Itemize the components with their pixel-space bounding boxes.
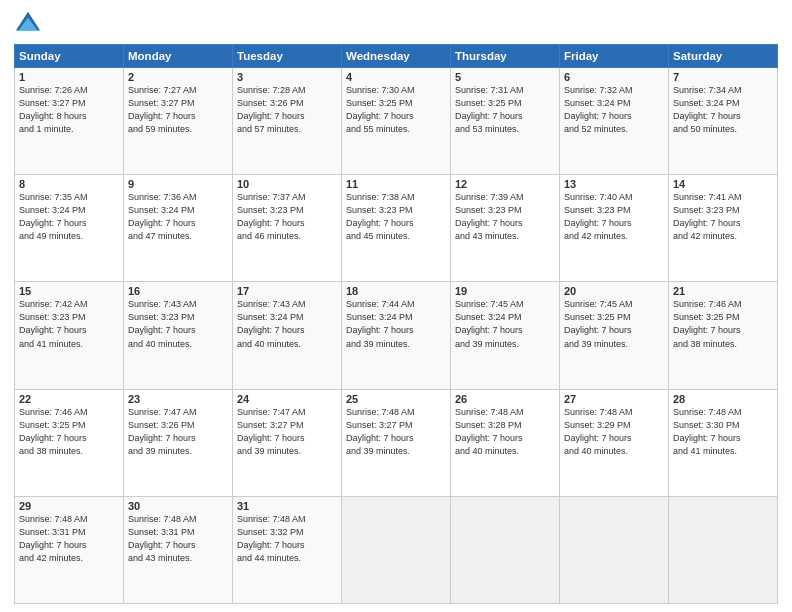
calendar-cell: 29Sunrise: 7:48 AM Sunset: 3:31 PM Dayli… bbox=[15, 496, 124, 603]
day-number: 23 bbox=[128, 393, 228, 405]
day-number: 1 bbox=[19, 71, 119, 83]
calendar-cell: 20Sunrise: 7:45 AM Sunset: 3:25 PM Dayli… bbox=[560, 282, 669, 389]
calendar-cell: 13Sunrise: 7:40 AM Sunset: 3:23 PM Dayli… bbox=[560, 175, 669, 282]
day-number: 26 bbox=[455, 393, 555, 405]
day-info: Sunrise: 7:48 AM Sunset: 3:31 PM Dayligh… bbox=[128, 513, 228, 565]
day-number: 24 bbox=[237, 393, 337, 405]
day-number: 22 bbox=[19, 393, 119, 405]
day-info: Sunrise: 7:37 AM Sunset: 3:23 PM Dayligh… bbox=[237, 191, 337, 243]
calendar-cell bbox=[451, 496, 560, 603]
calendar-cell: 10Sunrise: 7:37 AM Sunset: 3:23 PM Dayli… bbox=[233, 175, 342, 282]
header bbox=[14, 10, 778, 38]
calendar-day-header: Friday bbox=[560, 45, 669, 68]
day-info: Sunrise: 7:48 AM Sunset: 3:32 PM Dayligh… bbox=[237, 513, 337, 565]
calendar-cell: 27Sunrise: 7:48 AM Sunset: 3:29 PM Dayli… bbox=[560, 389, 669, 496]
calendar-cell: 14Sunrise: 7:41 AM Sunset: 3:23 PM Dayli… bbox=[669, 175, 778, 282]
calendar-day-header: Sunday bbox=[15, 45, 124, 68]
day-info: Sunrise: 7:32 AM Sunset: 3:24 PM Dayligh… bbox=[564, 84, 664, 136]
calendar-day-header: Wednesday bbox=[342, 45, 451, 68]
day-number: 15 bbox=[19, 285, 119, 297]
day-number: 25 bbox=[346, 393, 446, 405]
day-number: 12 bbox=[455, 178, 555, 190]
calendar-cell: 8Sunrise: 7:35 AM Sunset: 3:24 PM Daylig… bbox=[15, 175, 124, 282]
day-info: Sunrise: 7:43 AM Sunset: 3:23 PM Dayligh… bbox=[128, 298, 228, 350]
day-number: 14 bbox=[673, 178, 773, 190]
day-info: Sunrise: 7:45 AM Sunset: 3:24 PM Dayligh… bbox=[455, 298, 555, 350]
day-number: 8 bbox=[19, 178, 119, 190]
day-number: 20 bbox=[564, 285, 664, 297]
day-number: 10 bbox=[237, 178, 337, 190]
calendar-cell: 1Sunrise: 7:26 AM Sunset: 3:27 PM Daylig… bbox=[15, 68, 124, 175]
day-number: 9 bbox=[128, 178, 228, 190]
day-info: Sunrise: 7:30 AM Sunset: 3:25 PM Dayligh… bbox=[346, 84, 446, 136]
day-info: Sunrise: 7:27 AM Sunset: 3:27 PM Dayligh… bbox=[128, 84, 228, 136]
day-info: Sunrise: 7:36 AM Sunset: 3:24 PM Dayligh… bbox=[128, 191, 228, 243]
calendar-cell: 25Sunrise: 7:48 AM Sunset: 3:27 PM Dayli… bbox=[342, 389, 451, 496]
day-number: 16 bbox=[128, 285, 228, 297]
calendar-cell: 5Sunrise: 7:31 AM Sunset: 3:25 PM Daylig… bbox=[451, 68, 560, 175]
calendar-cell: 28Sunrise: 7:48 AM Sunset: 3:30 PM Dayli… bbox=[669, 389, 778, 496]
day-info: Sunrise: 7:40 AM Sunset: 3:23 PM Dayligh… bbox=[564, 191, 664, 243]
calendar-cell: 18Sunrise: 7:44 AM Sunset: 3:24 PM Dayli… bbox=[342, 282, 451, 389]
day-number: 28 bbox=[673, 393, 773, 405]
page-container: SundayMondayTuesdayWednesdayThursdayFrid… bbox=[0, 0, 792, 612]
calendar-cell: 4Sunrise: 7:30 AM Sunset: 3:25 PM Daylig… bbox=[342, 68, 451, 175]
calendar-cell: 11Sunrise: 7:38 AM Sunset: 3:23 PM Dayli… bbox=[342, 175, 451, 282]
calendar-cell: 31Sunrise: 7:48 AM Sunset: 3:32 PM Dayli… bbox=[233, 496, 342, 603]
logo-icon bbox=[14, 10, 42, 38]
day-info: Sunrise: 7:28 AM Sunset: 3:26 PM Dayligh… bbox=[237, 84, 337, 136]
calendar-header-row: SundayMondayTuesdayWednesdayThursdayFrid… bbox=[15, 45, 778, 68]
day-info: Sunrise: 7:47 AM Sunset: 3:27 PM Dayligh… bbox=[237, 406, 337, 458]
day-number: 4 bbox=[346, 71, 446, 83]
day-number: 13 bbox=[564, 178, 664, 190]
day-info: Sunrise: 7:41 AM Sunset: 3:23 PM Dayligh… bbox=[673, 191, 773, 243]
calendar-cell bbox=[342, 496, 451, 603]
calendar-cell: 7Sunrise: 7:34 AM Sunset: 3:24 PM Daylig… bbox=[669, 68, 778, 175]
calendar-cell bbox=[669, 496, 778, 603]
day-info: Sunrise: 7:48 AM Sunset: 3:30 PM Dayligh… bbox=[673, 406, 773, 458]
day-info: Sunrise: 7:35 AM Sunset: 3:24 PM Dayligh… bbox=[19, 191, 119, 243]
day-number: 30 bbox=[128, 500, 228, 512]
logo bbox=[14, 10, 46, 38]
day-info: Sunrise: 7:31 AM Sunset: 3:25 PM Dayligh… bbox=[455, 84, 555, 136]
calendar-cell: 17Sunrise: 7:43 AM Sunset: 3:24 PM Dayli… bbox=[233, 282, 342, 389]
calendar-cell: 21Sunrise: 7:46 AM Sunset: 3:25 PM Dayli… bbox=[669, 282, 778, 389]
day-number: 31 bbox=[237, 500, 337, 512]
calendar-cell: 22Sunrise: 7:46 AM Sunset: 3:25 PM Dayli… bbox=[15, 389, 124, 496]
day-info: Sunrise: 7:46 AM Sunset: 3:25 PM Dayligh… bbox=[673, 298, 773, 350]
day-info: Sunrise: 7:26 AM Sunset: 3:27 PM Dayligh… bbox=[19, 84, 119, 136]
calendar-cell: 15Sunrise: 7:42 AM Sunset: 3:23 PM Dayli… bbox=[15, 282, 124, 389]
calendar-day-header: Thursday bbox=[451, 45, 560, 68]
calendar-cell: 12Sunrise: 7:39 AM Sunset: 3:23 PM Dayli… bbox=[451, 175, 560, 282]
day-info: Sunrise: 7:42 AM Sunset: 3:23 PM Dayligh… bbox=[19, 298, 119, 350]
calendar-cell: 3Sunrise: 7:28 AM Sunset: 3:26 PM Daylig… bbox=[233, 68, 342, 175]
day-number: 29 bbox=[19, 500, 119, 512]
calendar-cell: 23Sunrise: 7:47 AM Sunset: 3:26 PM Dayli… bbox=[124, 389, 233, 496]
calendar-week-row: 15Sunrise: 7:42 AM Sunset: 3:23 PM Dayli… bbox=[15, 282, 778, 389]
day-number: 27 bbox=[564, 393, 664, 405]
day-number: 18 bbox=[346, 285, 446, 297]
day-number: 11 bbox=[346, 178, 446, 190]
calendar-day-header: Tuesday bbox=[233, 45, 342, 68]
day-number: 5 bbox=[455, 71, 555, 83]
calendar-cell: 9Sunrise: 7:36 AM Sunset: 3:24 PM Daylig… bbox=[124, 175, 233, 282]
calendar-cell: 30Sunrise: 7:48 AM Sunset: 3:31 PM Dayli… bbox=[124, 496, 233, 603]
day-info: Sunrise: 7:46 AM Sunset: 3:25 PM Dayligh… bbox=[19, 406, 119, 458]
calendar-day-header: Saturday bbox=[669, 45, 778, 68]
day-number: 7 bbox=[673, 71, 773, 83]
day-info: Sunrise: 7:48 AM Sunset: 3:31 PM Dayligh… bbox=[19, 513, 119, 565]
day-number: 3 bbox=[237, 71, 337, 83]
day-number: 17 bbox=[237, 285, 337, 297]
calendar-week-row: 22Sunrise: 7:46 AM Sunset: 3:25 PM Dayli… bbox=[15, 389, 778, 496]
calendar-week-row: 1Sunrise: 7:26 AM Sunset: 3:27 PM Daylig… bbox=[15, 68, 778, 175]
calendar-cell: 19Sunrise: 7:45 AM Sunset: 3:24 PM Dayli… bbox=[451, 282, 560, 389]
day-info: Sunrise: 7:38 AM Sunset: 3:23 PM Dayligh… bbox=[346, 191, 446, 243]
calendar-week-row: 8Sunrise: 7:35 AM Sunset: 3:24 PM Daylig… bbox=[15, 175, 778, 282]
day-info: Sunrise: 7:34 AM Sunset: 3:24 PM Dayligh… bbox=[673, 84, 773, 136]
calendar-cell: 2Sunrise: 7:27 AM Sunset: 3:27 PM Daylig… bbox=[124, 68, 233, 175]
day-info: Sunrise: 7:44 AM Sunset: 3:24 PM Dayligh… bbox=[346, 298, 446, 350]
calendar-week-row: 29Sunrise: 7:48 AM Sunset: 3:31 PM Dayli… bbox=[15, 496, 778, 603]
calendar-day-header: Monday bbox=[124, 45, 233, 68]
day-info: Sunrise: 7:48 AM Sunset: 3:27 PM Dayligh… bbox=[346, 406, 446, 458]
day-info: Sunrise: 7:48 AM Sunset: 3:29 PM Dayligh… bbox=[564, 406, 664, 458]
